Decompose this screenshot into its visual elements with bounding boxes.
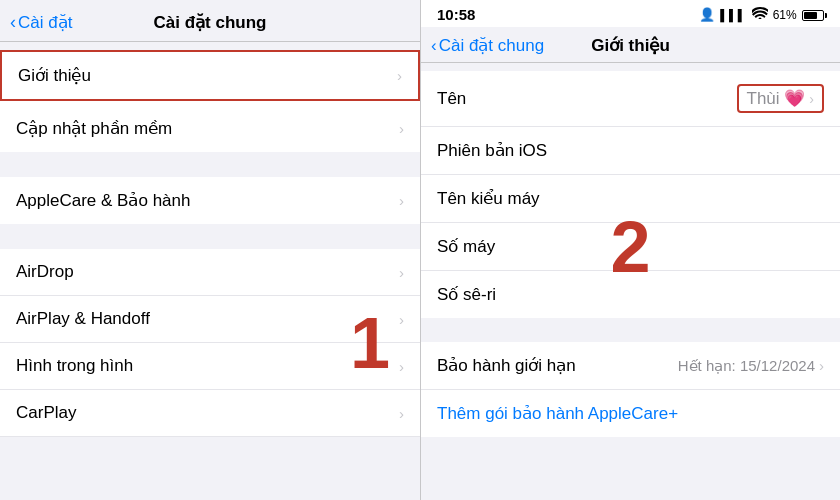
left-group-3: AirDrop › AirPlay & Handoff › Hình trong… — [0, 249, 420, 437]
menu-item-applecare-chevron-icon: › — [399, 192, 404, 209]
info-item-model: Tên kiểu máy — [421, 175, 840, 223]
menu-item-gioi-thieu-label: Giới thiệu — [18, 65, 91, 86]
info-item-ten[interactable]: Tên Thùi 💗 › — [421, 71, 840, 127]
signal-bars-icon: ▌▌▌ — [720, 9, 746, 21]
menu-item-airdrop-chevron-icon: › — [399, 264, 404, 281]
info-label-seri: Số sê-ri — [437, 284, 496, 305]
warranty-label: Bảo hành giới hạn — [437, 355, 576, 376]
info-group-main: Tên Thùi 💗 › Phiên bản iOS Tên kiểu máy … — [421, 71, 840, 318]
info-item-serial: Số máy — [421, 223, 840, 271]
spacer-1 — [0, 153, 420, 177]
right-header-title: Giới thiệu — [591, 35, 670, 56]
menu-item-carplay-chevron-icon: › — [399, 405, 404, 422]
applecare-link-text: Thêm gói bảo hành AppleCare+ — [437, 404, 678, 423]
menu-item-cap-nhat-label: Cập nhật phần mềm — [16, 118, 172, 139]
right-panel: 10:58 👤 ▌▌▌ 61% ‹ — [420, 0, 840, 500]
left-back-button[interactable]: ‹ Cài đặt — [10, 12, 72, 33]
spacer-2 — [0, 225, 420, 249]
menu-item-pip[interactable]: Hình trong hình › — [0, 343, 420, 390]
info-label-serial: Số máy — [437, 236, 495, 257]
info-value-ten[interactable]: Thùi 💗 › — [737, 84, 824, 113]
left-panel: ‹ Cài đặt Cài đặt chung Giới thiệu › Cập… — [0, 0, 420, 500]
left-header: ‹ Cài đặt Cài đặt chung — [0, 0, 420, 42]
applecare-link-item[interactable]: Thêm gói bảo hành AppleCare+ — [421, 390, 840, 437]
info-value-ten-chevron-icon: › — [809, 91, 814, 107]
right-header: ‹ Cài đặt chung Giới thiệu — [421, 27, 840, 63]
menu-item-gioi-thieu[interactable]: Giới thiệu › — [0, 50, 420, 101]
info-label-ios: Phiên bản iOS — [437, 140, 547, 161]
status-icons: 👤 ▌▌▌ 61% — [699, 7, 824, 22]
warranty-chevron-icon: › — [819, 357, 824, 374]
battery-icon: 61% — [773, 8, 824, 22]
warranty-group: Bảo hành giới hạn Hết hạn: 15/12/2024 › … — [421, 342, 840, 437]
info-label-model: Tên kiểu máy — [437, 188, 540, 209]
menu-item-carplay-label: CarPlay — [16, 403, 76, 423]
left-header-title: Cài đặt chung — [154, 12, 267, 33]
left-group-1: Giới thiệu › Cập nhật phần mềm › — [0, 50, 420, 152]
left-back-label: Cài đặt — [18, 12, 72, 33]
info-item-seri: Số sê-ri — [421, 271, 840, 318]
status-time: 10:58 — [437, 6, 475, 23]
menu-item-applecare[interactable]: AppleCare & Bảo hành › — [0, 177, 420, 224]
right-content: Tên Thùi 💗 › Phiên bản iOS Tên kiểu máy … — [421, 63, 840, 500]
right-back-chevron-icon: ‹ — [431, 36, 437, 56]
status-bar: 10:58 👤 ▌▌▌ 61% — [421, 0, 840, 27]
warranty-row: Bảo hành giới hạn Hết hạn: 15/12/2024 › — [437, 355, 824, 376]
menu-item-airplay[interactable]: AirPlay & Handoff › — [0, 296, 420, 343]
warranty-value: Hết hạn: 15/12/2024 › — [678, 357, 824, 375]
right-back-label: Cài đặt chung — [439, 35, 544, 56]
menu-item-carplay[interactable]: CarPlay › — [0, 390, 420, 437]
info-item-ios: Phiên bản iOS — [421, 127, 840, 175]
wifi-icon — [752, 7, 768, 22]
menu-item-airplay-label: AirPlay & Handoff — [16, 309, 150, 329]
menu-item-gioi-thieu-chevron-icon: › — [397, 67, 402, 84]
menu-item-airplay-chevron-icon: › — [399, 311, 404, 328]
left-content: Giới thiệu › Cập nhật phần mềm › AppleCa… — [0, 42, 420, 500]
menu-item-cap-nhat-chevron-icon: › — [399, 120, 404, 137]
menu-item-pip-chevron-icon: › — [399, 358, 404, 375]
left-back-chevron-icon: ‹ — [10, 12, 16, 33]
right-back-button[interactable]: ‹ Cài đặt chung — [431, 35, 544, 56]
menu-item-cap-nhat[interactable]: Cập nhật phần mềm › — [0, 105, 420, 152]
warranty-expiry-text: Hết hạn: 15/12/2024 — [678, 357, 815, 375]
left-group-2: AppleCare & Bảo hành › — [0, 177, 420, 224]
name-value-text: Thùi 💗 — [747, 88, 806, 109]
menu-item-applecare-label: AppleCare & Bảo hành — [16, 190, 190, 211]
menu-item-airdrop[interactable]: AirDrop › — [0, 249, 420, 296]
warranty-item[interactable]: Bảo hành giới hạn Hết hạn: 15/12/2024 › — [421, 342, 840, 390]
person-icon: 👤 — [699, 7, 715, 22]
info-label-ten: Tên — [437, 89, 466, 109]
menu-item-pip-label: Hình trong hình — [16, 356, 133, 376]
menu-item-airdrop-label: AirDrop — [16, 262, 74, 282]
